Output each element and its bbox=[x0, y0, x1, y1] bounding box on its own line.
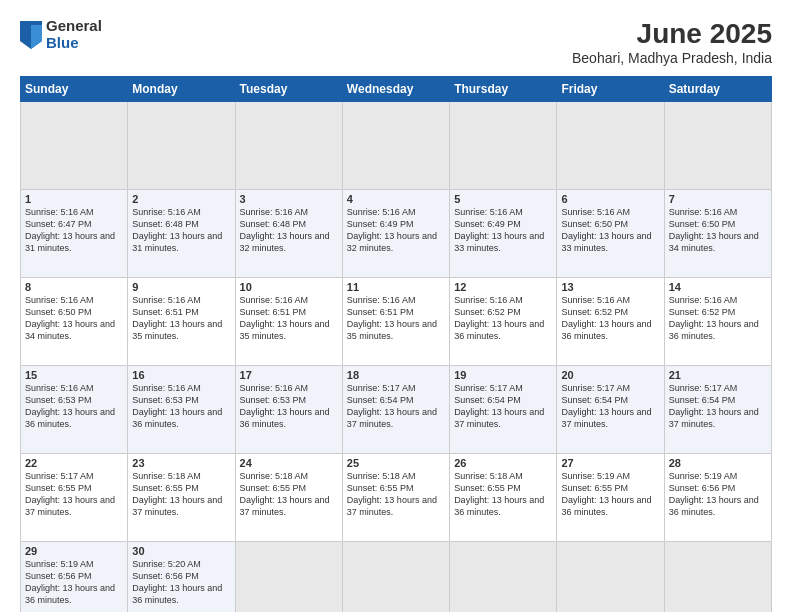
day-cell: 15Sunrise: 5:16 AMSunset: 6:53 PMDayligh… bbox=[21, 366, 128, 454]
day-cell: 16Sunrise: 5:16 AMSunset: 6:53 PMDayligh… bbox=[128, 366, 235, 454]
day-info: Sunrise: 5:16 AMSunset: 6:52 PMDaylight:… bbox=[454, 294, 552, 343]
day-number: 30 bbox=[132, 545, 230, 557]
week-row-2: 1Sunrise: 5:16 AMSunset: 6:47 PMDaylight… bbox=[21, 190, 772, 278]
logo-text: General Blue bbox=[46, 18, 102, 51]
col-monday: Monday bbox=[128, 77, 235, 102]
day-info: Sunrise: 5:18 AMSunset: 6:55 PMDaylight:… bbox=[454, 470, 552, 519]
day-cell: 7Sunrise: 5:16 AMSunset: 6:50 PMDaylight… bbox=[664, 190, 771, 278]
day-number: 11 bbox=[347, 281, 445, 293]
day-number: 9 bbox=[132, 281, 230, 293]
calendar-subtitle: Beohari, Madhya Pradesh, India bbox=[572, 50, 772, 66]
day-cell: 10Sunrise: 5:16 AMSunset: 6:51 PMDayligh… bbox=[235, 278, 342, 366]
day-number: 16 bbox=[132, 369, 230, 381]
day-cell: 19Sunrise: 5:17 AMSunset: 6:54 PMDayligh… bbox=[450, 366, 557, 454]
day-cell: 17Sunrise: 5:16 AMSunset: 6:53 PMDayligh… bbox=[235, 366, 342, 454]
logo-icon bbox=[20, 21, 42, 49]
day-info: Sunrise: 5:16 AMSunset: 6:50 PMDaylight:… bbox=[669, 206, 767, 255]
day-info: Sunrise: 5:16 AMSunset: 6:53 PMDaylight:… bbox=[240, 382, 338, 431]
day-number: 27 bbox=[561, 457, 659, 469]
day-cell bbox=[450, 102, 557, 190]
col-saturday: Saturday bbox=[664, 77, 771, 102]
svg-marker-1 bbox=[31, 25, 42, 49]
day-cell: 5Sunrise: 5:16 AMSunset: 6:49 PMDaylight… bbox=[450, 190, 557, 278]
day-cell: 29Sunrise: 5:19 AMSunset: 6:56 PMDayligh… bbox=[21, 542, 128, 613]
day-info: Sunrise: 5:19 AMSunset: 6:56 PMDaylight:… bbox=[25, 558, 123, 607]
day-cell: 6Sunrise: 5:16 AMSunset: 6:50 PMDaylight… bbox=[557, 190, 664, 278]
day-cell bbox=[128, 102, 235, 190]
day-info: Sunrise: 5:16 AMSunset: 6:53 PMDaylight:… bbox=[132, 382, 230, 431]
day-number: 18 bbox=[347, 369, 445, 381]
col-sunday: Sunday bbox=[21, 77, 128, 102]
day-info: Sunrise: 5:16 AMSunset: 6:51 PMDaylight:… bbox=[240, 294, 338, 343]
page: General Blue June 2025 Beohari, Madhya P… bbox=[0, 0, 792, 612]
day-number: 8 bbox=[25, 281, 123, 293]
day-cell bbox=[664, 542, 771, 613]
day-cell bbox=[450, 542, 557, 613]
day-cell bbox=[21, 102, 128, 190]
day-info: Sunrise: 5:16 AMSunset: 6:53 PMDaylight:… bbox=[25, 382, 123, 431]
day-cell: 13Sunrise: 5:16 AMSunset: 6:52 PMDayligh… bbox=[557, 278, 664, 366]
day-cell: 25Sunrise: 5:18 AMSunset: 6:55 PMDayligh… bbox=[342, 454, 449, 542]
day-cell: 27Sunrise: 5:19 AMSunset: 6:55 PMDayligh… bbox=[557, 454, 664, 542]
day-cell: 21Sunrise: 5:17 AMSunset: 6:54 PMDayligh… bbox=[664, 366, 771, 454]
title-block: June 2025 Beohari, Madhya Pradesh, India bbox=[572, 18, 772, 66]
day-number: 15 bbox=[25, 369, 123, 381]
header-row: Sunday Monday Tuesday Wednesday Thursday… bbox=[21, 77, 772, 102]
day-number: 12 bbox=[454, 281, 552, 293]
day-cell: 24Sunrise: 5:18 AMSunset: 6:55 PMDayligh… bbox=[235, 454, 342, 542]
day-info: Sunrise: 5:16 AMSunset: 6:52 PMDaylight:… bbox=[561, 294, 659, 343]
day-cell: 9Sunrise: 5:16 AMSunset: 6:51 PMDaylight… bbox=[128, 278, 235, 366]
day-number: 3 bbox=[240, 193, 338, 205]
day-number: 21 bbox=[669, 369, 767, 381]
col-wednesday: Wednesday bbox=[342, 77, 449, 102]
day-cell: 30Sunrise: 5:20 AMSunset: 6:56 PMDayligh… bbox=[128, 542, 235, 613]
col-friday: Friday bbox=[557, 77, 664, 102]
day-cell: 8Sunrise: 5:16 AMSunset: 6:50 PMDaylight… bbox=[21, 278, 128, 366]
day-number: 26 bbox=[454, 457, 552, 469]
logo: General Blue bbox=[20, 18, 102, 51]
day-cell: 20Sunrise: 5:17 AMSunset: 6:54 PMDayligh… bbox=[557, 366, 664, 454]
day-cell bbox=[235, 102, 342, 190]
day-cell bbox=[664, 102, 771, 190]
day-info: Sunrise: 5:19 AMSunset: 6:56 PMDaylight:… bbox=[669, 470, 767, 519]
day-number: 7 bbox=[669, 193, 767, 205]
day-number: 20 bbox=[561, 369, 659, 381]
day-number: 6 bbox=[561, 193, 659, 205]
calendar-title: June 2025 bbox=[572, 18, 772, 50]
day-number: 14 bbox=[669, 281, 767, 293]
day-cell: 2Sunrise: 5:16 AMSunset: 6:48 PMDaylight… bbox=[128, 190, 235, 278]
day-cell: 12Sunrise: 5:16 AMSunset: 6:52 PMDayligh… bbox=[450, 278, 557, 366]
day-info: Sunrise: 5:17 AMSunset: 6:54 PMDaylight:… bbox=[454, 382, 552, 431]
day-number: 24 bbox=[240, 457, 338, 469]
calendar-table: Sunday Monday Tuesday Wednesday Thursday… bbox=[20, 76, 772, 612]
logo-blue: Blue bbox=[46, 35, 102, 52]
day-info: Sunrise: 5:17 AMSunset: 6:54 PMDaylight:… bbox=[561, 382, 659, 431]
day-number: 5 bbox=[454, 193, 552, 205]
week-row-5: 22Sunrise: 5:17 AMSunset: 6:55 PMDayligh… bbox=[21, 454, 772, 542]
day-info: Sunrise: 5:18 AMSunset: 6:55 PMDaylight:… bbox=[240, 470, 338, 519]
day-cell: 4Sunrise: 5:16 AMSunset: 6:49 PMDaylight… bbox=[342, 190, 449, 278]
day-cell bbox=[557, 542, 664, 613]
week-row-1 bbox=[21, 102, 772, 190]
day-number: 29 bbox=[25, 545, 123, 557]
day-info: Sunrise: 5:17 AMSunset: 6:54 PMDaylight:… bbox=[347, 382, 445, 431]
day-cell bbox=[235, 542, 342, 613]
day-number: 17 bbox=[240, 369, 338, 381]
day-cell bbox=[342, 542, 449, 613]
day-info: Sunrise: 5:16 AMSunset: 6:50 PMDaylight:… bbox=[561, 206, 659, 255]
col-thursday: Thursday bbox=[450, 77, 557, 102]
day-info: Sunrise: 5:16 AMSunset: 6:52 PMDaylight:… bbox=[669, 294, 767, 343]
day-cell: 1Sunrise: 5:16 AMSunset: 6:47 PMDaylight… bbox=[21, 190, 128, 278]
day-info: Sunrise: 5:16 AMSunset: 6:50 PMDaylight:… bbox=[25, 294, 123, 343]
day-cell: 14Sunrise: 5:16 AMSunset: 6:52 PMDayligh… bbox=[664, 278, 771, 366]
day-info: Sunrise: 5:16 AMSunset: 6:47 PMDaylight:… bbox=[25, 206, 123, 255]
day-cell: 11Sunrise: 5:16 AMSunset: 6:51 PMDayligh… bbox=[342, 278, 449, 366]
day-info: Sunrise: 5:18 AMSunset: 6:55 PMDaylight:… bbox=[132, 470, 230, 519]
day-info: Sunrise: 5:16 AMSunset: 6:51 PMDaylight:… bbox=[347, 294, 445, 343]
day-info: Sunrise: 5:20 AMSunset: 6:56 PMDaylight:… bbox=[132, 558, 230, 607]
day-cell bbox=[557, 102, 664, 190]
day-info: Sunrise: 5:19 AMSunset: 6:55 PMDaylight:… bbox=[561, 470, 659, 519]
day-number: 25 bbox=[347, 457, 445, 469]
col-tuesday: Tuesday bbox=[235, 77, 342, 102]
day-number: 19 bbox=[454, 369, 552, 381]
